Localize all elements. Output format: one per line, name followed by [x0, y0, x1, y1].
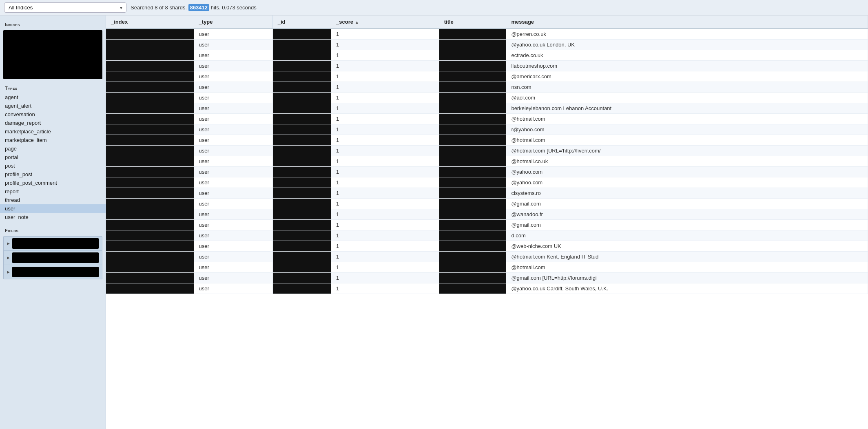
- col-header-_id[interactable]: _id: [272, 15, 331, 29]
- table-row[interactable]: ...user...1dav@hotmail.com: [106, 262, 868, 273]
- table-row[interactable]: ...user...1agifectrade.co.uk: [106, 50, 868, 61]
- table-row[interactable]: ...user...1Adv@perren.co.uk: [106, 29, 868, 40]
- sidebar-type-item[interactable]: marketplace_item: [0, 136, 106, 144]
- table-row[interactable]: ...user...1bigg@hotmail.com: [106, 114, 868, 124]
- table-row[interactable]: ...user...1der@yahoo.co.uk Cardiff, Sout…: [106, 283, 868, 294]
- cell-message: @hotmail.com Kent, England IT Stud: [506, 252, 868, 262]
- table-row[interactable]: ...user...1cas@yahoo.com: [106, 177, 868, 188]
- sidebar-type-item[interactable]: page: [0, 144, 106, 153]
- cell-title: Cro: [439, 220, 506, 230]
- cell-id: ...: [272, 199, 331, 209]
- results-area[interactable]: _index_type_id_score▲titlemessage ...use…: [106, 15, 868, 429]
- cell-id: ...: [272, 283, 331, 294]
- table-row[interactable]: ...user...1blazr@yahoo.com: [106, 124, 868, 135]
- fields-row[interactable]: ▶: [4, 265, 102, 279]
- table-row[interactable]: ...user...1blue@hotmail.com: [106, 135, 868, 146]
- table-row[interactable]: ...user...1chu@gmail.com: [106, 199, 868, 209]
- cell-type: user: [194, 124, 272, 135]
- cell-score: 1: [331, 262, 439, 273]
- cell-index: ...: [106, 71, 194, 82]
- fields-row-content: [12, 238, 99, 249]
- cell-title: Dan: [439, 241, 506, 252]
- fields-box: ▶▶▶: [3, 236, 102, 279]
- table-row[interactable]: ...user...1bra@hotmail.com [URL='http://…: [106, 146, 868, 156]
- col-header-_type[interactable]: _type: [194, 15, 272, 29]
- sidebar-type-item[interactable]: report: [0, 187, 106, 196]
- table-row[interactable]: ...user...1cciscisystems.ro: [106, 188, 868, 199]
- cell-title: blaz: [439, 124, 506, 135]
- cell-message: @americarx.com: [506, 71, 868, 82]
- fields-row[interactable]: ▶: [4, 251, 102, 265]
- cell-title: blue: [439, 135, 506, 146]
- col-header-message[interactable]: message: [506, 15, 868, 29]
- sidebar-type-item[interactable]: marketplace_article: [0, 127, 106, 136]
- sidebar-type-item[interactable]: agent_alert: [0, 102, 106, 110]
- cell-type: user: [194, 71, 272, 82]
- sidebar-type-item[interactable]: user_note: [0, 213, 106, 221]
- table-row[interactable]: ...user...1ame@americarx.com: [106, 71, 868, 82]
- cell-score: 1: [331, 230, 439, 241]
- sidebar: Indices Types agentagent_alertconversati…: [0, 15, 106, 429]
- sidebar-type-item[interactable]: conversation: [0, 110, 106, 119]
- sidebar-type-item[interactable]: profile_post: [0, 170, 106, 179]
- table-row[interactable]: ...user...1Cro@gmail.com: [106, 220, 868, 230]
- col-header-_score[interactable]: _score▲: [331, 15, 439, 29]
- main-layout: Indices Types agentagent_alertconversati…: [0, 15, 868, 429]
- table-row[interactable]: ...user...1Dan@web-niche.com UK: [106, 241, 868, 252]
- table-row[interactable]: ...user...1Affr@yahoo.co.uk London, UK: [106, 40, 868, 50]
- cell-title: dav: [439, 262, 506, 273]
- sidebar-type-item[interactable]: user: [0, 204, 106, 213]
- cell-message: @yahoo.com: [506, 177, 868, 188]
- cell-title: ber: [439, 103, 506, 114]
- table-row[interactable]: ...user...1cynd.com: [106, 230, 868, 241]
- fields-row[interactable]: ▶: [4, 237, 102, 251]
- cell-score: 1: [331, 124, 439, 135]
- table-row[interactable]: ...user...1berberkeleylebanon.com Lebano…: [106, 103, 868, 114]
- cell-message: @gmail.com: [506, 199, 868, 209]
- sidebar-type-item[interactable]: post: [0, 161, 106, 170]
- cell-id: ...: [272, 252, 331, 262]
- cell-id: ...: [272, 273, 331, 283]
- cell-id: ...: [272, 230, 331, 241]
- cell-score: 1: [331, 156, 439, 167]
- cell-id: ...: [272, 29, 331, 40]
- cell-score: 1: [331, 241, 439, 252]
- index-select[interactable]: All Indices: [4, 2, 126, 13]
- sidebar-type-item[interactable]: damage_report: [0, 119, 106, 127]
- cell-type: user: [194, 252, 272, 262]
- table-row[interactable]: ...user...1calc@yahoo.com: [106, 167, 868, 177]
- cell-score: 1: [331, 114, 439, 124]
- table-row[interactable]: ...user...1Bria@hotmail.co.uk: [106, 156, 868, 167]
- indices-title: Indices: [0, 19, 106, 29]
- cell-score: 1: [331, 252, 439, 262]
- cell-id: ...: [272, 103, 331, 114]
- sort-arrow-icon: ▲: [355, 20, 359, 24]
- sidebar-type-item[interactable]: portal: [0, 153, 106, 161]
- table-row[interactable]: ...user...1befnsn.com: [106, 82, 868, 93]
- sidebar-type-item[interactable]: thread: [0, 196, 106, 204]
- cell-id: ...: [272, 177, 331, 188]
- cell-index: ...: [106, 220, 194, 230]
- cell-score: 1: [331, 209, 439, 220]
- cell-title: alla: [439, 61, 506, 71]
- cell-id: ...: [272, 262, 331, 273]
- cell-score: 1: [331, 135, 439, 146]
- cell-score: 1: [331, 167, 439, 177]
- cell-index: ...: [106, 230, 194, 241]
- table-row[interactable]: ...user...1allallaboutmeshop.com: [106, 61, 868, 71]
- table-row[interactable]: ...user...1cor@wanadoo.fr: [106, 209, 868, 220]
- cell-id: ...: [272, 124, 331, 135]
- table-row[interactable]: ...user...1Dav@gmail.com [URL=http://for…: [106, 273, 868, 283]
- cell-title: cas: [439, 177, 506, 188]
- table-row[interactable]: ...user...1Bell@aol.com: [106, 93, 868, 103]
- cell-index: ...: [106, 156, 194, 167]
- sidebar-type-item[interactable]: profile_post_comment: [0, 179, 106, 187]
- cell-id: ...: [272, 156, 331, 167]
- col-header-_index[interactable]: _index: [106, 15, 194, 29]
- col-header-title[interactable]: title: [439, 15, 506, 29]
- table-row[interactable]: ...user...1dar@hotmail.com Kent, England…: [106, 252, 868, 262]
- cell-title: calc: [439, 167, 506, 177]
- stats-suffix: hits. 0.073 seconds: [211, 4, 257, 11]
- fields-title: Fields: [0, 225, 106, 234]
- sidebar-type-item[interactable]: agent: [0, 93, 106, 102]
